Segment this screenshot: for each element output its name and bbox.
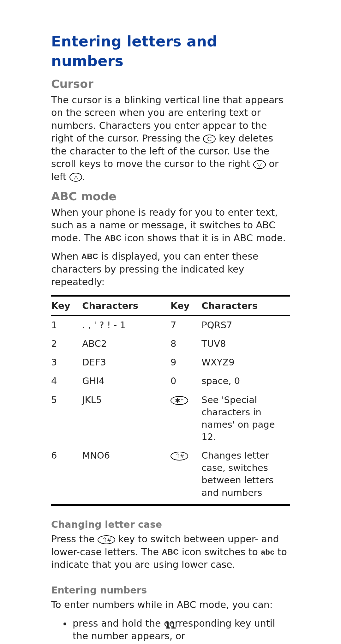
case-mid2: icon switches to (182, 546, 261, 557)
table-cell-key: 8 (170, 334, 201, 353)
table-header-key-2: Key (170, 296, 201, 316)
scroll-left-icon: △ (69, 173, 82, 182)
scroll-right-icon: ▽ (253, 160, 266, 169)
abc-upper-icon: ABC (162, 547, 179, 557)
case-pre: Press the (51, 533, 98, 545)
page-number: 11 (0, 620, 341, 631)
section-heading-cursor: Cursor (51, 76, 290, 92)
table-cell-characters: See 'Special characters in names' on pag… (201, 391, 290, 447)
abc-p2-pre: When (51, 251, 81, 262)
abc-mode-icon: ABC (105, 233, 122, 243)
cursor-paragraph: The cursor is a blinking vertical line t… (51, 94, 290, 184)
table-cell-characters: . , ' ? ! - 1 (82, 316, 170, 334)
table-cell-key: 2 (51, 334, 82, 353)
table-cell-characters: Changes letter case, switches between le… (201, 446, 290, 505)
table-cell-key: ✱⁺ (170, 391, 201, 447)
abc-p1-post: icon shows that it is in ABC mode. (125, 232, 286, 244)
subsection-heading-entering-numbers: Entering numbers (51, 584, 290, 597)
table-row: 2ABC28TUV8 (51, 334, 290, 353)
table-cell-key: 5 (51, 391, 82, 447)
table-cell-key: 6 (51, 446, 82, 505)
table-row: 1. , ' ? ! - 17PQRS7 (51, 316, 290, 334)
entering-numbers-intro: To enter numbers while in ABC mode, you … (51, 599, 290, 611)
abc-paragraph-2: When ABC is displayed, you can enter the… (51, 250, 290, 289)
table-cell-characters: ABC2 (82, 334, 170, 353)
table-cell-characters: DEF3 (82, 353, 170, 372)
abc-paragraph-1: When your phone is ready for you to ente… (51, 206, 290, 245)
cursor-text-4: . (82, 171, 85, 182)
abc-lower-icon: abc (261, 547, 274, 557)
section-heading-abc-mode: ABC mode (51, 189, 290, 204)
c-key-icon: C (203, 135, 216, 143)
shift-hash-key-icon: ⇧# (170, 452, 188, 460)
table-cell-key: 9 (170, 353, 201, 372)
table-cell-characters: WXYZ9 (201, 353, 290, 372)
table-cell-key: 1 (51, 316, 82, 334)
table-cell-characters: space, 0 (201, 372, 290, 390)
characters-table: Key Characters Key Characters 1. , ' ? !… (51, 295, 290, 506)
abc-mode-icon: ABC (81, 251, 99, 262)
table-header-key-1: Key (51, 296, 82, 316)
table-cell-key: 7 (170, 316, 201, 334)
table-row: 3DEF39WXYZ9 (51, 353, 290, 372)
table-header-characters-2: Characters (201, 296, 290, 316)
table-row: 5JKL5✱⁺See 'Special characters in names'… (51, 391, 290, 447)
table-cell-characters: MNO6 (82, 446, 170, 505)
page-title: Entering letters and numbers (51, 32, 290, 71)
subsection-heading-changing-case: Changing letter case (51, 518, 290, 531)
changing-case-paragraph: Press the ⇧# key to switch between upper… (51, 533, 290, 571)
table-cell-key: 3 (51, 353, 82, 372)
table-header-characters-1: Characters (82, 296, 170, 316)
table-cell-characters: JKL5 (82, 391, 170, 447)
table-cell-characters: TUV8 (201, 334, 290, 353)
star-key-icon: ✱⁺ (170, 396, 188, 405)
table-row: 4GHI40space, 0 (51, 372, 290, 390)
table-cell-characters: PQRS7 (201, 316, 290, 334)
table-cell-key: 4 (51, 372, 82, 390)
table-cell-characters: GHI4 (82, 372, 170, 390)
table-cell-key: 0 (170, 372, 201, 390)
table-row: 6MNO6⇧#Changes letter case, switches bet… (51, 446, 290, 505)
shift-hash-key-icon: ⇧# (98, 535, 115, 544)
table-cell-key: ⇧# (170, 446, 201, 505)
